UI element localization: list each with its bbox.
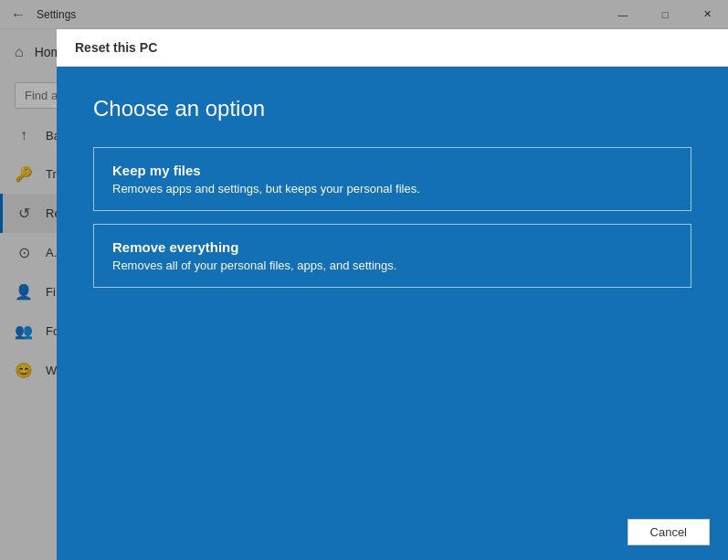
option-keep-files[interactable]: Keep my files Removes apps and settings,… [93, 147, 691, 211]
modal-footer: Cancel [57, 504, 728, 560]
option-remove-everything[interactable]: Remove everything Removes all of your pe… [93, 224, 691, 288]
option-keep-files-desc: Removes apps and settings, but keeps you… [112, 182, 672, 195]
option-remove-everything-desc: Removes all of your personal files, apps… [112, 259, 672, 272]
option-remove-everything-title: Remove everything [112, 239, 672, 255]
modal-header-text: Reset this PC [75, 40, 157, 55]
cancel-button[interactable]: Cancel [628, 519, 710, 545]
modal-body: Choose an option Keep my files Removes a… [57, 67, 728, 504]
modal-title: Choose an option [93, 96, 691, 122]
modal-header: Reset this PC [57, 29, 728, 67]
option-keep-files-title: Keep my files [112, 163, 672, 178]
reset-pc-modal: Reset this PC Choose an option Keep my f… [57, 29, 728, 560]
